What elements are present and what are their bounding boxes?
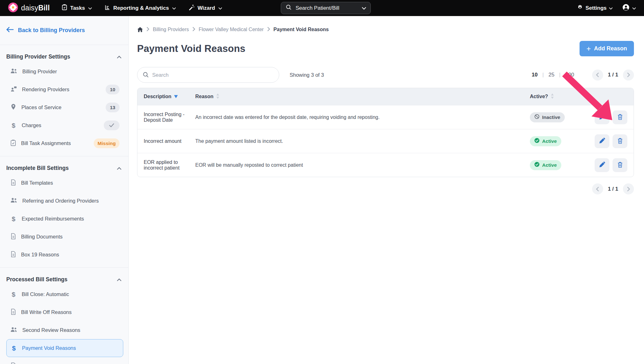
check-circle-icon: [534, 162, 540, 168]
status-badge: Active: [530, 136, 561, 146]
sidebar-item-label: Box 19 Reasons: [21, 252, 59, 258]
sort-icon[interactable]: [216, 93, 219, 100]
column-label: Reason: [195, 94, 214, 99]
sidebar-item-payment-void-reasons[interactable]: $ Payment Void Reasons: [6, 339, 123, 357]
chevron-down-icon[interactable]: [362, 5, 366, 11]
column-reason[interactable]: Reason: [195, 93, 530, 100]
sort-desc-icon[interactable]: [174, 94, 178, 99]
sidebar-item-rendering-providers[interactable]: Rendering Providers 10: [6, 81, 123, 98]
add-reason-label: Add Reason: [594, 45, 627, 52]
column-label: Active?: [530, 94, 548, 99]
sidebar-item-label: Second Review Reasons: [22, 327, 80, 333]
settings-label: Settings: [586, 5, 607, 11]
edit-button[interactable]: [595, 110, 609, 124]
add-reason-button[interactable]: + Add Reason: [580, 41, 634, 56]
sidebar-item-charges[interactable]: $ Charges: [6, 116, 123, 134]
sidebar-item-clipped[interactable]: [6, 357, 123, 364]
check-badge: [104, 120, 119, 130]
nav-wizard[interactable]: Wizard: [188, 4, 222, 12]
sidebar-item-second-review-reasons[interactable]: Second Review Reasons: [6, 321, 123, 339]
main-nav: Tasks Reporting & Analytics Wizard: [62, 4, 222, 12]
chevron-right-icon: [147, 27, 149, 32]
gear-icon: [577, 4, 583, 12]
chevron-up-icon[interactable]: [117, 276, 121, 283]
reason-cell: An incorrect date was entered for the de…: [195, 115, 530, 120]
prev-page-button[interactable]: [592, 70, 603, 81]
next-page-button[interactable]: [623, 70, 634, 81]
delete-button[interactable]: [613, 134, 627, 148]
delete-button[interactable]: [613, 158, 627, 172]
sidebar-item-places-of-service[interactable]: Places of Service 13: [6, 98, 123, 116]
user-account-menu[interactable]: [622, 3, 636, 13]
page-indicator: 1 / 1: [608, 186, 618, 192]
sort-icon[interactable]: [551, 93, 554, 100]
settings-sidebar: Back to Billing Providers Billing Provid…: [0, 16, 129, 364]
table-row: Incorrect Posting - Deposit Date An inco…: [137, 105, 634, 129]
sidebar-item-bill-task-assignments[interactable]: Bill Task Assignments Missing: [6, 134, 123, 152]
section-title: Processed Bill Settings: [6, 276, 68, 283]
chevron-down-icon: [632, 5, 636, 11]
provider-chat-icon: [10, 86, 17, 94]
search-patient-bill-label: Search Patient/Bill: [296, 5, 339, 11]
no-entry-icon: [534, 114, 540, 120]
document-icon: [10, 251, 16, 259]
breadcrumb-flower-valley[interactable]: Flower Valley Medical Center: [199, 27, 264, 32]
sidebar-item-expected-reimbursements[interactable]: $ Expected Reimbursements: [6, 210, 123, 228]
nav-wizard-label: Wizard: [197, 5, 215, 11]
back-to-billing-providers-link[interactable]: Back to Billing Providers: [0, 16, 128, 45]
chevron-down-icon: [609, 5, 613, 11]
home-icon[interactable]: [137, 27, 143, 32]
settings-menu[interactable]: Settings: [577, 4, 613, 12]
search-icon: [142, 71, 149, 79]
section-header[interactable]: Incomplete Bill Settings: [6, 162, 123, 174]
search-patient-bill-button[interactable]: Search Patient/Bill: [281, 2, 371, 14]
delete-button[interactable]: [613, 110, 627, 124]
sidebar-item-referring-ordering-providers[interactable]: Referring and Ordering Providers: [6, 192, 123, 210]
page-size-100[interactable]: 100: [565, 72, 574, 78]
wizard-icon: [188, 4, 195, 12]
breadcrumb-current: Payment Void Reasons: [274, 27, 329, 32]
chevron-down-icon: [88, 5, 92, 11]
search-input[interactable]: [137, 67, 279, 83]
next-page-button[interactable]: [623, 183, 634, 194]
prev-page-button[interactable]: [592, 183, 603, 194]
count-badge: 13: [106, 103, 119, 112]
sidebar-item-bill-write-off-reasons[interactable]: Bill Write Off Reasons: [6, 303, 123, 321]
status-badge: Inactive: [530, 112, 565, 122]
chevron-right-icon: [267, 27, 270, 32]
missing-badge: Missing: [94, 138, 119, 148]
sidebar-item-billing-provider[interactable]: Billing Provider: [6, 63, 123, 81]
edit-button[interactable]: [595, 158, 609, 172]
nav-reporting-analytics[interactable]: Reporting & Analytics: [104, 4, 176, 12]
plus-icon: +: [586, 45, 591, 53]
section-title: Incomplete Bill Settings: [6, 165, 69, 171]
column-description[interactable]: Description: [144, 94, 195, 99]
section-header[interactable]: Processed Bill Settings: [6, 273, 123, 285]
sidebar-item-label: Referring and Ordering Providers: [22, 198, 99, 204]
chevron-up-icon[interactable]: [117, 53, 121, 60]
sidebar-item-billing-documents[interactable]: Billing Documents: [6, 228, 123, 246]
page-title: Payment Void Reasons: [137, 43, 246, 54]
sidebar-item-label: Bill Close: Automatic: [22, 291, 69, 297]
breadcrumb-billing-providers[interactable]: Billing Providers: [153, 27, 189, 32]
daisybill-logo[interactable]: daisyBill: [8, 3, 50, 14]
sidebar-item-bill-close-automatic[interactable]: $ Bill Close: Automatic: [6, 285, 123, 303]
sidebar-item-box-19-reasons[interactable]: Box 19 Reasons: [6, 246, 123, 264]
document-icon: [10, 362, 16, 364]
sidebar-item-label: Places of Service: [21, 104, 61, 110]
nav-reporting-label: Reporting & Analytics: [113, 5, 169, 11]
column-label: Description: [144, 94, 171, 99]
count-badge: 10: [106, 85, 119, 94]
edit-button[interactable]: [595, 134, 609, 148]
nav-tasks[interactable]: Tasks: [62, 4, 92, 12]
page-size-10[interactable]: 10: [532, 72, 538, 78]
dollar-icon: $: [10, 215, 17, 223]
chevron-up-icon[interactable]: [117, 165, 121, 171]
status-label: Active: [542, 138, 557, 144]
column-active[interactable]: Active?: [530, 93, 588, 100]
page-size-25[interactable]: 25: [548, 72, 554, 78]
trash-icon: [617, 114, 623, 121]
sidebar-item-label: Billing Provider: [22, 69, 57, 75]
section-header[interactable]: Billing Provider Settings: [6, 51, 123, 63]
sidebar-item-bill-templates[interactable]: Bill Templates: [6, 174, 123, 192]
